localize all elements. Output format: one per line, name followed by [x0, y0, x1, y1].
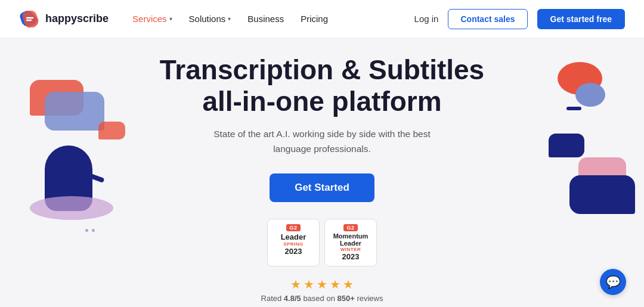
character-left-base [30, 196, 113, 220]
badge-momentum: G2 Momentum Leader WINTER 2023 [324, 219, 377, 266]
nav-services-label: Services [132, 14, 167, 24]
star-5-half: ★ [343, 277, 354, 292]
badge-momentum-year: 2023 [342, 252, 360, 261]
get-started-hero-button[interactable]: Get Started [270, 173, 374, 202]
badge-leader-sub: SPRING [283, 241, 304, 247]
badge-leader-title: Leader [281, 232, 306, 241]
badge-g2-label: G2 [286, 224, 300, 231]
bubble-right-dark [549, 134, 584, 157]
badge-momentum-title: Momentum Leader [333, 232, 369, 247]
chevron-down-icon: ▾ [228, 15, 231, 22]
character-right-arm [566, 107, 581, 110]
chat-icon: 💬 [606, 275, 621, 289]
nav-links: Services ▾ Solutions ▾ Business Pricing [125, 10, 414, 27]
nav-services[interactable]: Services ▾ [125, 10, 179, 27]
eye-left [85, 229, 88, 232]
nav-business-label: Business [247, 14, 284, 24]
nav-business[interactable]: Business [240, 10, 291, 27]
badge-leader-year: 2023 [285, 247, 302, 256]
bubble-right-head-inner [575, 83, 605, 107]
badge-momentum-sub: WINTER [340, 247, 361, 252]
nav-solutions[interactable]: Solutions ▾ [182, 10, 239, 27]
logo[interactable]: happyscribe [19, 8, 109, 30]
chevron-down-icon: ▾ [169, 15, 172, 22]
eye-right [92, 229, 95, 232]
star-2: ★ [304, 277, 314, 292]
logo-icon [19, 8, 41, 30]
character-left-face [85, 229, 97, 235]
illustration-right [519, 56, 638, 223]
get-started-nav-button[interactable]: Get started free [537, 9, 625, 29]
badge-momentum-g2: G2 [343, 224, 357, 231]
stars-row: ★ ★ ★ ★ ★ [290, 277, 354, 292]
badge-leader: G2 Leader SPRING 2023 [267, 219, 320, 266]
hero-title: Transcription & Subtitles all-in-one pla… [137, 54, 507, 117]
login-button[interactable]: Log in [414, 14, 439, 24]
chat-button[interactable]: 💬 [600, 269, 626, 295]
bubble-blue-large [45, 92, 104, 131]
star-1: ★ [290, 277, 301, 292]
rating-text: Rated 4.8/5 based on 850+ reviews [261, 294, 383, 303]
navigation: happyscribe Services ▾ Solutions ▾ Busin… [0, 0, 644, 38]
nav-right: Log in Contact sales Get started free [414, 9, 625, 29]
brand-name: happyscribe [45, 13, 109, 25]
contact-sales-button[interactable]: Contact sales [448, 9, 527, 29]
illustration-left [12, 68, 143, 247]
nav-pricing[interactable]: Pricing [293, 10, 335, 27]
hero-subtitle: State of the art A.I. working side by si… [197, 127, 447, 157]
nav-pricing-label: Pricing [301, 14, 328, 24]
bubble-right-blue [569, 175, 635, 214]
hero-section: Transcription & Subtitles all-in-one pla… [0, 38, 644, 307]
bubble-pink-small [98, 122, 125, 139]
badges-container: G2 Leader SPRING 2023 G2 Momentum Leader… [267, 219, 377, 266]
nav-solutions-label: Solutions [189, 14, 226, 24]
star-4: ★ [330, 277, 340, 292]
star-3: ★ [317, 277, 327, 292]
